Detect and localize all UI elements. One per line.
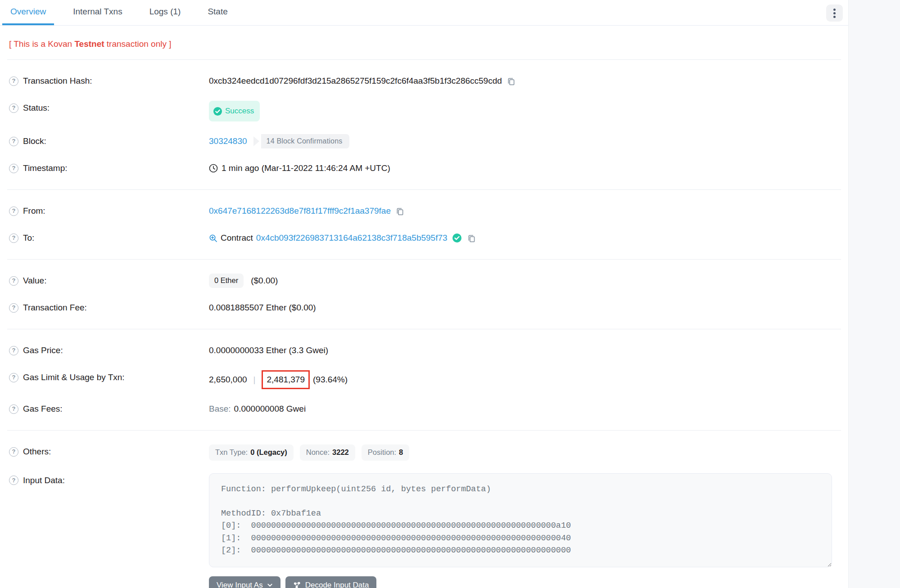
status-text: Success [225,104,254,118]
clock-icon [209,164,218,173]
nonce-badge: Nonce: 3222 [300,444,355,461]
row-status: ? Status: Success [0,94,848,128]
row-label-text: Gas Limit & Usage by Txn: [23,370,125,385]
copy-icon [507,76,516,86]
help-icon[interactable]: ? [9,76,18,86]
row-others: ? Others: Txn Type: 0 (Legacy) Nonce: 32… [0,438,848,467]
help-icon[interactable]: ? [9,404,18,414]
row-label-text: Value: [23,274,46,288]
copy-txhash-button[interactable] [507,76,516,86]
help-icon[interactable]: ? [9,137,18,146]
tab-overview[interactable]: Overview [2,0,54,25]
row-label-text: Gas Fees: [23,402,63,416]
decode-nodes-icon [293,581,301,588]
section-value-fee: ? Value: 0 Ether ($0.00) ? Transaction F… [0,260,848,329]
help-icon[interactable]: ? [9,476,18,485]
copy-to-address-button[interactable] [467,233,476,243]
block-number-link[interactable]: 30324830 [209,134,247,148]
base-fee-label: Base: [209,402,231,416]
view-input-as-button[interactable]: View Input As [209,576,280,588]
section-others-input: ? Others: Txn Type: 0 (Legacy) Nonce: 32… [0,431,848,588]
row-label-text: Others: [23,444,51,459]
section-addresses: ? From: 0x647e7168122263d8e7f81f17fff9c2… [0,190,848,259]
help-icon[interactable]: ? [9,373,18,382]
tab-bar: Overview Internal Txns Logs (1) State [0,0,848,26]
row-value: ? Value: 0 Ether ($0.00) [0,267,848,294]
status-badge: Success [209,101,260,121]
row-label-text: Block: [23,134,46,148]
row-label-text: Status: [23,101,50,115]
block-confirmations-badge: 14 Block Confirmations [253,134,350,148]
row-timestamp: ? Timestamp: 1 min ago (Mar-11-2022 11:4… [0,155,848,182]
ether-value-badge: 0 Ether [209,274,244,288]
row-gas-fees: ? Gas Fees: Base: 0.000000008 Gwei [0,395,848,422]
input-data-textarea[interactable]: Function: performUpkeep(uint256 id, byte… [209,473,832,567]
tab-internal-txns[interactable]: Internal Txns [65,0,130,25]
row-gas-price: ? Gas Price: 0.0000000033 Ether (3.3 Gwe… [0,337,848,364]
copy-icon [467,233,476,243]
txn-type-badge: Txn Type: 0 (Legacy) [209,444,294,461]
tab-state[interactable]: State [199,0,235,25]
help-icon[interactable]: ? [9,103,18,113]
row-block: ? Block: 30324830 14 Block Confirmations [0,128,848,155]
more-options-button[interactable] [826,4,843,22]
zoom-in-icon[interactable] [209,234,217,242]
decode-input-data-button[interactable]: Decode Input Data [285,576,377,588]
gas-used-percent: (93.64%) [313,373,348,387]
separator: | [253,373,256,387]
help-icon[interactable]: ? [9,447,18,457]
copy-icon [395,206,405,216]
usd-value-text: ($0.00) [251,274,278,288]
row-label-text: Transaction Hash: [23,74,92,88]
ellipsis-icon [833,9,836,11]
annotation-highlight-box: 2,481,379 [262,370,310,389]
transaction-detail-card: Overview Internal Txns Logs (1) State [ … [0,0,849,588]
copy-from-address-button[interactable] [395,206,405,216]
verified-check-icon [452,233,461,242]
row-label-text: Gas Price: [23,343,63,358]
arrow-right-icon [253,136,259,146]
help-icon[interactable]: ? [9,303,18,313]
row-from: ? From: 0x647e7168122263d8e7f81f17fff9c2… [0,197,848,224]
help-icon[interactable]: ? [9,346,18,355]
gas-used-value: 2,481,379 [267,375,305,384]
to-address-link[interactable]: 0x4cb093f226983713164a62138c3f718a5b595f… [256,231,448,245]
base-fee-value: 0.000000008 Gwei [234,402,306,416]
row-label-text: Timestamp: [23,161,68,175]
help-icon[interactable]: ? [9,164,18,173]
check-circle-icon [213,107,222,116]
row-label-text: Input Data: [23,473,65,488]
tab-logs[interactable]: Logs (1) [141,0,189,25]
row-to: ? To: Contract 0x4cb093f226983713164a621… [0,224,848,251]
row-input-data: ? Input Data: Function: performUpkeep(ui… [0,467,848,588]
testnet-warning: [ This is a Kovan Testnet transaction on… [0,26,848,59]
section-gas: ? Gas Price: 0.0000000033 Ether (3.3 Gwe… [0,329,848,430]
from-address-link[interactable]: 0x647e7168122263d8e7f81f17fff9c2f1aa379f… [209,204,391,218]
gas-limit-value: 2,650,000 [209,373,247,387]
row-label-text: Transaction Fee: [23,301,87,315]
help-icon[interactable]: ? [9,276,18,286]
to-type-text: Contract [221,231,253,245]
section-summary: ? Transaction Hash: 0xcb324eedcd1d07296f… [0,60,848,189]
row-label-text: To: [23,231,34,245]
chevron-down-icon [267,582,273,588]
row-label-text: From: [23,204,45,218]
timestamp-value: 1 min ago (Mar-11-2022 11:46:24 AM +UTC) [222,161,390,175]
help-icon[interactable]: ? [9,233,18,243]
transaction-fee-value: 0.0081885507 Ether ($0.00) [209,301,316,315]
position-badge: Position: 8 [362,444,409,461]
row-gas-limit-usage: ? Gas Limit & Usage by Txn: 2,650,000 | … [0,364,848,395]
transaction-hash-value: 0xcb324eedcd1d07296fdf3d215a2865275f159c… [209,74,502,88]
help-icon[interactable]: ? [9,206,18,216]
row-transaction-fee: ? Transaction Fee: 0.0081885507 Ether ($… [0,294,848,321]
row-transaction-hash: ? Transaction Hash: 0xcb324eedcd1d07296f… [0,67,848,94]
gas-price-value: 0.0000000033 Ether (3.3 Gwei) [209,343,328,358]
